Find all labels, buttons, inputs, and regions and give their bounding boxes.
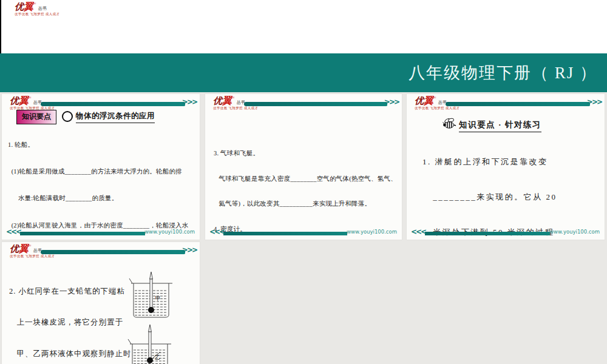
brand-char-yi: 翼: [19, 243, 29, 254]
forward-arrows-icon: >>>: [182, 98, 197, 106]
slide-2-text: 3. 气球和飞艇。 气球和飞艇是靠充入密度________空气的气体(热空气、氢…: [214, 132, 401, 240]
slide-thumbnail-3[interactable]: 优翼®丛书 优学优教 飞翔梦想 成人成才 >>> 知识要点 · 针对练习 1. …: [406, 93, 605, 240]
registered-mark-icon: ®: [232, 96, 235, 99]
brand-char-you: 优: [10, 96, 19, 106]
text-line: 水量:轮船满载时________的质量。: [8, 194, 189, 203]
corner-brand-logo: 优翼®丛书 优学优教 飞翔梦想 成人成才: [15, 2, 59, 16]
registered-mark-icon: ®: [33, 2, 36, 5]
slide-1-text: 1. 轮船。 (1)轮船是采用做成________的方法来增大浮力的。轮船的排 …: [8, 123, 189, 240]
text-line: (1)轮船是采用做成________的方法来增大浮力的。轮船的排: [8, 167, 189, 177]
slide-3-text: 1. 潜艇的上浮和下沉是靠改变 ________来实现的。它从 20 米深处下潜…: [422, 133, 560, 240]
badge-circle-icon: [62, 111, 73, 122]
section-title: 物体的浮沉条件的应用: [76, 111, 155, 123]
footer-rule-bar: [425, 232, 550, 235]
text-line: 氦气等)，以此改变其__________来实现上升和降落。: [214, 200, 401, 208]
brand-char-yi: 翼: [19, 95, 29, 106]
brand-tagline: 优学优教 飞翔梦想 成人成才: [15, 13, 59, 16]
forward-arrows-icon: >>>: [384, 98, 399, 106]
slide-thumbnail-1[interactable]: 优翼®丛书 优学优教 飞翔梦想 成人成才 >>> 知识要点 物体的浮沉条件的应用…: [1, 93, 200, 240]
brand-char-you: 优: [415, 96, 424, 106]
back-arrows-icon: <<<: [6, 228, 21, 236]
slide-thumbnail-4[interactable]: 优翼®丛书 优学优教 飞翔梦想 成人成才 >>> 2. 小红同学在一支铅笔的下端…: [1, 241, 200, 364]
text-line: 1. 轮船。: [8, 141, 189, 150]
text-line: 1. 潜艇的上浮和下沉是靠改变: [422, 156, 560, 167]
top-strip: 优翼®丛书 优学优教 飞翔梦想 成人成才: [0, 0, 607, 53]
brand-tagline: 优学优教 飞翔梦想 成人成才: [213, 107, 258, 110]
brand-char-you: 优: [213, 96, 222, 106]
slide-4-text: 2. 小红同学在一支铅笔的下端粘 上一块橡皮泥，将它分别置于 甲、乙两杯液体中观…: [9, 265, 131, 364]
registered-mark-icon: ®: [433, 96, 436, 99]
website-url: www.youyi100.com: [549, 229, 600, 235]
figure-label: 甲: [155, 295, 161, 302]
text-line: 3. 气球和飞艇。: [214, 149, 401, 158]
registered-mark-icon: ®: [29, 244, 32, 248]
figure-label: 乙: [155, 354, 160, 360]
text-line: 2. 小红同学在一支铅笔的下端粘: [9, 286, 131, 297]
text-line: 甲、乙两杯液体中观察到静止时: [9, 349, 131, 359]
brand-name: 优翼®丛书: [15, 2, 59, 12]
brand-char-yi: 翼: [424, 95, 433, 106]
registered-mark-icon: ®: [29, 96, 32, 99]
header-rule-bar: [446, 102, 590, 106]
beaker-figure-jia: 甲: [128, 270, 174, 320]
slide-thumbnail-2[interactable]: 优翼®丛书 优学优教 飞翔梦想 成人成才 >>> 3. 气球和飞艇。 气球和飞艇…: [205, 93, 402, 240]
brand-tagline: 优学优教 飞翔梦想 成人成才: [10, 255, 55, 258]
footer-rule-bar: [20, 232, 145, 235]
beaker-figure-yi: 乙: [126, 323, 174, 364]
bee-icon: [442, 117, 456, 130]
text-line: 上一块橡皮泥，将它分别置于: [9, 317, 131, 328]
header-band: 八年级物理下册（ RJ ）: [0, 53, 607, 92]
header-rule-bar: [41, 102, 185, 106]
text-line: ________来实现的。它从 20: [422, 191, 560, 203]
back-arrows-icon: <<<: [411, 228, 426, 236]
website-url: www.youyi100.com: [144, 229, 195, 235]
brand-char-yi: 翼: [222, 95, 232, 106]
brand-tagline: 优学优教 飞翔梦想 成人成才: [415, 107, 459, 110]
page: 优翼®丛书 优学优教 飞翔梦想 成人成才 八年级物理下册（ RJ ） 优翼®丛书…: [0, 0, 607, 364]
footer-rule-bar: [223, 232, 347, 235]
brand-char-you: 优: [10, 244, 19, 254]
brand-series: 丛书: [38, 6, 47, 11]
forward-arrows-icon: >>>: [182, 246, 197, 254]
forward-arrows-icon: >>>: [587, 98, 602, 106]
brand-char-you: 优: [15, 2, 24, 12]
website-url: www.youyi100.com: [347, 229, 397, 235]
page-title: 八年级物理下册（ RJ ）: [409, 53, 597, 92]
left-edge-line: [0, 0, 1, 53]
practice-heading: 知识要点 · 针对练习: [459, 120, 541, 132]
slides-canvas: 优翼®丛书 优学优教 飞翔梦想 成人成才 >>> 知识要点 物体的浮沉条件的应用…: [0, 92, 607, 364]
header-rule-bar: [41, 250, 185, 254]
brand-char-yi: 翼: [24, 1, 33, 12]
header-rule-bar: [244, 102, 387, 106]
text-line: 气球和飞艇是靠充入密度________空气的气体(热空气、氢气、: [214, 175, 401, 183]
back-arrows-icon: <<<: [209, 228, 224, 236]
